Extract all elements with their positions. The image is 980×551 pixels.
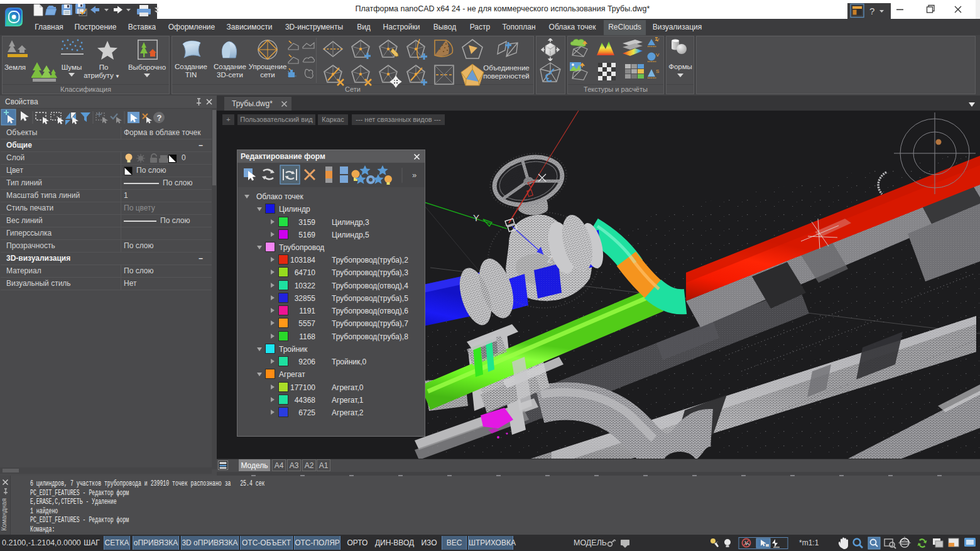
svg-text:V: V	[656, 52, 660, 58]
svg-text:»: »	[412, 170, 416, 180]
svg-text:S: S	[656, 68, 659, 74]
svg-text:Z: Z	[547, 254, 553, 265]
svg-text:?: ?	[869, 6, 874, 16]
svg-text:Y: Y	[473, 212, 479, 223]
svg-text:V: V	[656, 37, 660, 43]
svg-text:?: ?	[157, 113, 162, 123]
